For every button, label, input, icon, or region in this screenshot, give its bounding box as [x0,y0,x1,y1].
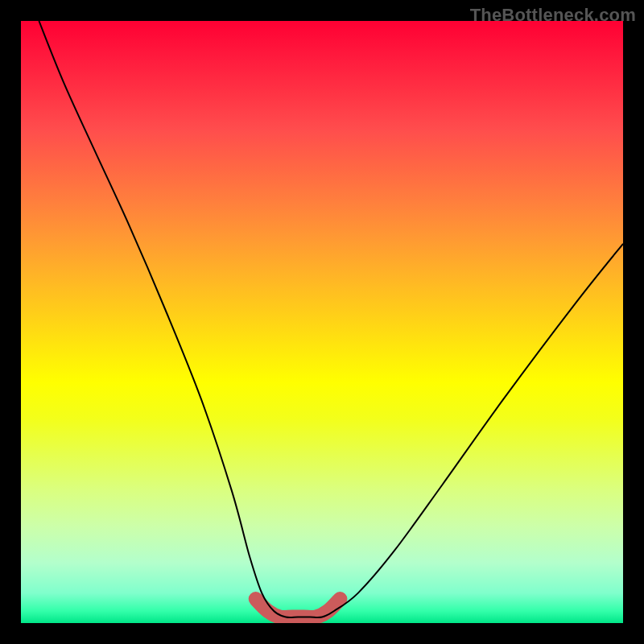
chart-svg [21,21,623,623]
watermark-text: TheBottleneck.com [470,5,636,26]
plot-area [21,21,623,623]
chart-frame: TheBottleneck.com [0,0,644,644]
bottleneck-curve [39,21,623,617]
